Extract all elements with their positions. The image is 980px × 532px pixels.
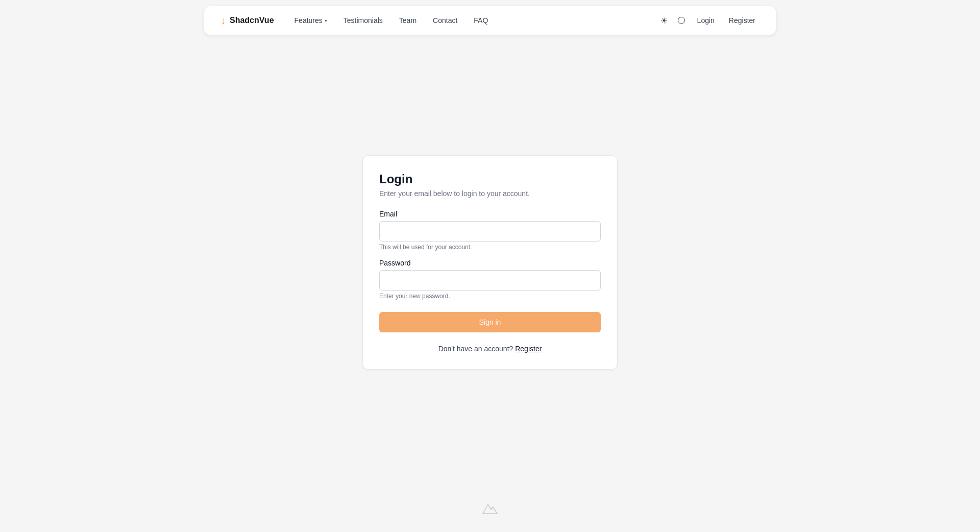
email-label: Email bbox=[379, 210, 601, 218]
navbar: ↓ ShadcnVue Features ▾ Testimonials Team… bbox=[204, 6, 776, 35]
nav-features[interactable]: Features ▾ bbox=[295, 16, 327, 25]
email-hint: This will be used for your account. bbox=[379, 244, 601, 251]
email-input[interactable] bbox=[379, 221, 601, 241]
register-button[interactable]: Register bbox=[725, 14, 760, 27]
brand-name: ShadcnVue bbox=[230, 16, 274, 25]
login-card: Login Enter your email below to login to… bbox=[362, 155, 618, 370]
settings-button[interactable] bbox=[676, 15, 687, 26]
password-hint: Enter your new password. bbox=[379, 293, 601, 300]
login-footer: Don't have an account? Register bbox=[379, 345, 601, 353]
register-link[interactable]: Register bbox=[515, 345, 542, 353]
sun-icon: ☀ bbox=[660, 16, 668, 26]
chevron-down-icon: ▾ bbox=[325, 18, 327, 23]
login-button[interactable]: Login bbox=[693, 14, 719, 27]
nav-contact[interactable]: Contact bbox=[433, 16, 457, 25]
password-form-group: Password Enter your new password. bbox=[379, 259, 601, 300]
password-input[interactable] bbox=[379, 270, 601, 291]
footer-text: Don't have an account? bbox=[438, 345, 513, 353]
nav-faq[interactable]: FAQ bbox=[474, 16, 488, 25]
main-nav: Features ▾ Testimonials Team Contact FAQ bbox=[295, 16, 658, 25]
brand-arrow-icon: ↓ bbox=[220, 15, 226, 27]
brand-logo[interactable]: ↓ ShadcnVue bbox=[220, 15, 274, 27]
mountain-icon bbox=[482, 500, 498, 515]
footer-logo bbox=[482, 500, 498, 517]
login-subtitle: Enter your email below to login to your … bbox=[379, 189, 601, 198]
nav-testimonials[interactable]: Testimonials bbox=[344, 16, 383, 25]
main-content: Login Enter your email below to login to… bbox=[0, 35, 980, 490]
email-form-group: Email This will be used for your account… bbox=[379, 210, 601, 251]
nav-team[interactable]: Team bbox=[399, 16, 416, 25]
circle-icon bbox=[678, 17, 685, 24]
password-label: Password bbox=[379, 259, 601, 267]
signin-button[interactable]: Sign in bbox=[379, 312, 601, 332]
page-footer bbox=[482, 490, 498, 532]
navbar-actions: ☀ Login Register bbox=[658, 14, 760, 28]
theme-toggle-button[interactable]: ☀ bbox=[658, 14, 670, 28]
login-title: Login bbox=[379, 172, 601, 186]
